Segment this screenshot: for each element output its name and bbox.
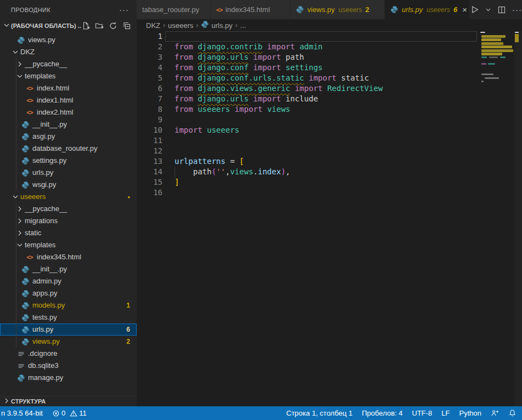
outline-section-header[interactable]: СТРУКТУРА xyxy=(0,396,137,406)
line-number: 13 xyxy=(137,156,162,167)
tree-item--init-py[interactable]: __init__.py xyxy=(0,118,137,130)
line-number: 7 xyxy=(137,94,162,104)
breadcrumb-item-dkz[interactable]: DKZ xyxy=(146,21,160,30)
breadcrumb-item-useeers[interactable]: useeers xyxy=(168,21,193,30)
tree-item-apps-py[interactable]: apps.py xyxy=(0,287,137,299)
tree-item-settings-py[interactable]: settings.py xyxy=(0,155,137,167)
tree-item-label: models.py xyxy=(32,301,65,309)
tree-item-tests-py[interactable]: tests.py xyxy=(0,311,137,323)
tree-item-wsgi-py[interactable]: wsgi.py xyxy=(0,179,137,191)
breadcrumb-label: ... xyxy=(240,21,246,30)
tab-views-py[interactable]: views.pyuseeers2 xyxy=(290,0,385,19)
tree-item--init-py[interactable]: __init__.py xyxy=(0,263,137,275)
tree-item-label: index2.html xyxy=(37,108,73,116)
tab-problems-badge: 2 xyxy=(366,5,369,14)
language-mode-status[interactable]: Python xyxy=(459,409,481,417)
modified-dot-badge: ● xyxy=(127,195,130,200)
code-line-12[interactable]: 12 xyxy=(137,146,522,156)
tree-item-index2-html[interactable]: <>index2.html xyxy=(0,106,137,118)
tree-item-asgi-py[interactable]: asgi.py xyxy=(0,130,137,143)
tree-item-database-roouter-py[interactable]: database_roouter.py xyxy=(0,143,137,155)
code-line-2[interactable]: 2from django.contrib import admin xyxy=(137,42,522,52)
tree-item-urls-py[interactable]: urls.py6 xyxy=(0,323,137,336)
tab-index345-html[interactable]: <>index345.html xyxy=(211,0,290,19)
explorer-more-actions-icon[interactable]: ··· xyxy=(119,5,129,14)
split-editor-icon[interactable] xyxy=(497,5,506,14)
code-line-1[interactable]: 1 xyxy=(137,31,522,42)
code-editor[interactable]: 12from django.contrib import admin3from … xyxy=(137,31,522,406)
tree-item-models-py[interactable]: models.py1 xyxy=(0,299,137,311)
refresh-icon[interactable] xyxy=(109,21,117,30)
close-tab-icon[interactable]: × xyxy=(462,5,467,14)
tree-item-db-sqlite3[interactable]: db.sqlite3 xyxy=(0,360,137,372)
minimap[interactable] xyxy=(478,31,514,97)
warning-icon xyxy=(70,410,77,417)
tree-item-index345-html[interactable]: <>index345.html xyxy=(0,251,137,263)
tree-item-manage-py[interactable]: manage.py xyxy=(0,372,137,384)
indentation-status[interactable]: Пробелов: 4 xyxy=(362,409,402,417)
workspace-section-header[interactable]: (РАБОЧАЯ ОБЛАСТЬ) ... xyxy=(0,19,137,32)
chevron-down-icon xyxy=(15,72,24,81)
tree-item-label: DKZ xyxy=(20,48,35,56)
tree-item-views-py[interactable]: views.py2 xyxy=(0,336,137,348)
new-file-icon[interactable] xyxy=(81,21,90,30)
code-line-6[interactable]: 6from django.views.generic import Redire… xyxy=(137,83,522,94)
code-line-4[interactable]: 4from django.conf import settings xyxy=(137,63,522,73)
generic-file-icon xyxy=(16,349,25,358)
tab-tabase-roouter-py[interactable]: tabase_roouter.py xyxy=(137,0,211,19)
line-number: 10 xyxy=(137,125,162,135)
tree-item-templates[interactable]: templates xyxy=(0,239,137,251)
python-file-icon xyxy=(390,5,398,14)
python-file-icon xyxy=(21,144,30,153)
python-interpreter-status[interactable]: n 3.9.5 64-bit xyxy=(1,409,43,417)
html-file-icon: <> xyxy=(25,96,34,105)
code-line-9[interactable]: 9 xyxy=(137,115,522,125)
feedback-icon[interactable] xyxy=(491,409,499,417)
code-text xyxy=(162,135,175,146)
eol-status[interactable]: LF xyxy=(441,409,450,417)
python-file-icon xyxy=(21,168,30,177)
code-line-5[interactable]: 5from django.conf.urls.static import sta… xyxy=(137,73,522,83)
code-line-7[interactable]: 7from django.urls import include xyxy=(137,94,522,104)
tree-item--pycache-[interactable]: __pycache__ xyxy=(0,58,137,70)
html-file-icon: <> xyxy=(25,84,34,93)
tree-item-index1-html[interactable]: <>index1.html xyxy=(0,94,137,106)
code-line-15[interactable]: 15] xyxy=(137,177,522,188)
code-line-3[interactable]: 3from django.urls import path xyxy=(137,52,522,63)
tree-item-templates[interactable]: templates xyxy=(0,70,137,82)
breadcrumb-item--[interactable]: ... xyxy=(240,21,246,30)
line-number: 16 xyxy=(137,188,162,198)
tree-item--pycache-[interactable]: __pycache__ xyxy=(0,203,137,215)
code-line-8[interactable]: 8from useeers import views xyxy=(137,104,522,115)
breadcrumb-item-urls-py[interactable]: urls.py xyxy=(201,20,232,30)
run-dropdown-chevron-icon[interactable] xyxy=(485,7,491,13)
code-line-16[interactable]: 16 xyxy=(137,188,522,198)
tree-item-dkz[interactable]: DKZ xyxy=(0,46,137,58)
code-line-14[interactable]: 14 path('',views.index), xyxy=(137,167,522,177)
breadcrumb-label: urls.py xyxy=(211,21,232,30)
tab-urls-py[interactable]: urls.pyuseeers6× xyxy=(385,0,470,19)
line-number: 8 xyxy=(137,104,162,115)
tree-item-label: index1.html xyxy=(37,96,73,104)
tree-item-label: __init__.py xyxy=(32,120,67,128)
tree-item-admin-py[interactable]: admin.py xyxy=(0,275,137,287)
notifications-bell-icon[interactable] xyxy=(508,409,517,417)
tree-item-views-py[interactable]: views.py xyxy=(0,34,137,46)
tree-item-index-html[interactable]: <>index.html xyxy=(0,82,137,94)
tree-item-urls-py[interactable]: urls.py xyxy=(0,167,137,179)
tree-item-migrations[interactable]: migrations xyxy=(0,215,137,227)
tree-item--dcignore[interactable]: .dcignore xyxy=(0,348,137,360)
more-actions-icon[interactable]: ··· xyxy=(512,5,522,14)
collapse-folders-icon[interactable] xyxy=(122,21,131,30)
code-line-13[interactable]: 13urlpatterns = [ xyxy=(137,156,522,167)
code-line-11[interactable]: 11 xyxy=(137,135,522,146)
tree-item-useeers[interactable]: useeers● xyxy=(0,191,137,203)
new-folder-icon[interactable] xyxy=(95,21,104,30)
code-line-10[interactable]: 10import useeers xyxy=(137,125,522,135)
cursor-position-status[interactable]: Строка 1, столбец 1 xyxy=(287,409,353,417)
problems-status[interactable]: 0 11 xyxy=(49,409,87,417)
encoding-status[interactable]: UTF-8 xyxy=(412,409,433,417)
tree-item-static[interactable]: static xyxy=(0,227,137,239)
tree-item-label: views.py xyxy=(32,337,60,345)
run-python-file-icon[interactable] xyxy=(470,5,479,14)
